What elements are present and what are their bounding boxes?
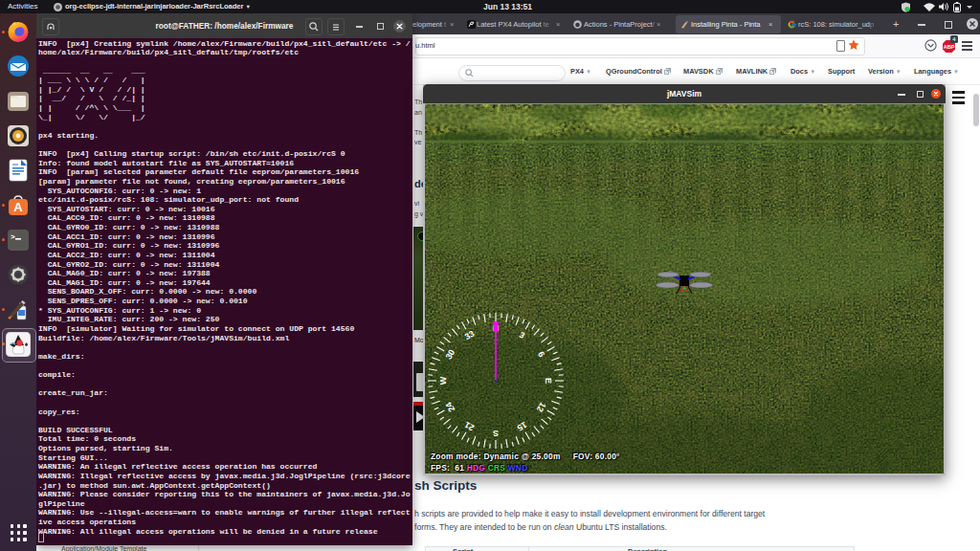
- svg-text:S: S: [493, 429, 499, 438]
- svg-text:ABP: ABP: [944, 44, 955, 50]
- svg-text:>: >: [11, 232, 15, 241]
- svg-text:A: A: [13, 200, 23, 214]
- svg-text:E: E: [544, 378, 553, 384]
- svg-text:W: W: [438, 376, 448, 385]
